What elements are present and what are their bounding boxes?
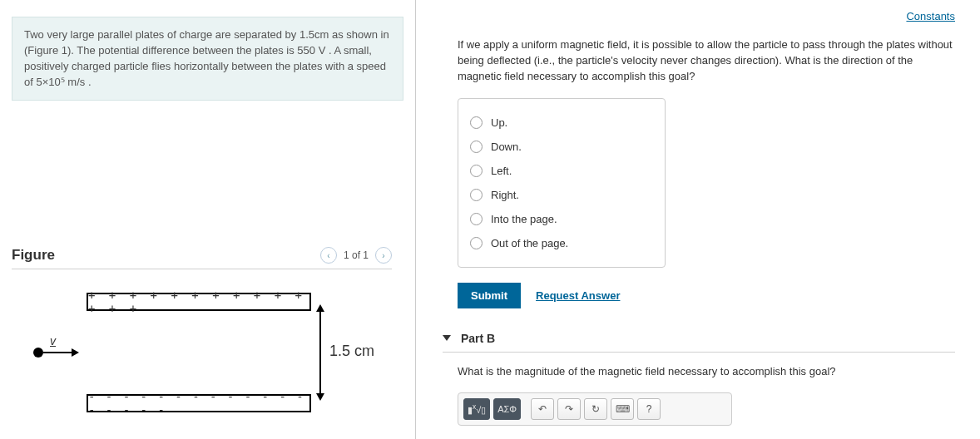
redo-button[interactable]: ↷ — [557, 398, 581, 420]
submit-button[interactable]: Submit — [458, 283, 521, 308]
part-b-question: What is the magnitude of the magnetic fi… — [458, 364, 955, 380]
submit-row: Submit Request Answer — [458, 283, 955, 308]
dimension-arrow — [319, 311, 321, 394]
chevron-down-icon — [443, 335, 451, 341]
reset-icon: ↻ — [591, 403, 600, 415]
figure-diagram: + + + + + + + + + + + + + + - - - - - - … — [37, 286, 392, 427]
option-down[interactable]: Down. — [470, 135, 653, 159]
option-up[interactable]: Up. — [470, 111, 653, 135]
undo-button[interactable]: ↶ — [531, 398, 554, 420]
option-out-of-page[interactable]: Out of the page. — [470, 231, 653, 255]
dimension-label: 1.5 cm — [329, 343, 374, 360]
figure-title: Figure — [12, 247, 55, 264]
option-label: Out of the page. — [491, 237, 568, 249]
radio-icon — [470, 237, 483, 249]
radio-icon — [470, 213, 483, 225]
pager-next-button[interactable]: › — [375, 247, 392, 264]
redo-icon: ↷ — [565, 403, 573, 415]
part-a-question: If we apply a uniform magnetic field, it… — [458, 37, 955, 85]
templates-icon: ▮x√▯ — [468, 403, 486, 416]
left-column: Two very large parallel plates of charge… — [0, 0, 416, 439]
figure-section: Figure ‹ 1 of 1 › + + + + + + + + + + + … — [0, 247, 403, 439]
figure-pager: ‹ 1 of 1 › — [320, 247, 392, 264]
option-right[interactable]: Right. — [470, 183, 653, 207]
option-label: Up. — [491, 116, 507, 129]
help-button[interactable]: ? — [637, 398, 661, 420]
velocity-arrow: v — [33, 348, 79, 358]
options-group: Up. Down. Left. Right. Into the page. Ou… — [458, 98, 666, 268]
pager-prev-button[interactable]: ‹ — [320, 247, 337, 264]
radio-icon — [470, 165, 483, 177]
bottom-plate: - - - - - - - - - - - - - - - - - - — [87, 394, 311, 412]
keyboard-button[interactable]: ⌨ — [611, 398, 634, 420]
request-answer-link[interactable]: Request Answer — [536, 289, 620, 302]
problem-statement: Two very large parallel plates of charge… — [12, 17, 403, 101]
part-b-header[interactable]: Part B — [443, 332, 955, 353]
option-into-page[interactable]: Into the page. — [470, 207, 653, 231]
undo-icon: ↶ — [538, 403, 547, 415]
radio-icon — [470, 141, 483, 153]
velocity-label: v — [50, 334, 56, 348]
templates-button[interactable]: ▮x√▯ — [463, 398, 490, 420]
option-label: Into the page. — [491, 213, 557, 225]
right-column: Constants If we apply a uniform magnetic… — [416, 0, 980, 439]
pager-label: 1 of 1 — [344, 249, 369, 261]
figure-header: Figure ‹ 1 of 1 › — [12, 247, 392, 269]
option-label: Left. — [491, 165, 512, 177]
problem-text: Two very large parallel plates of charge… — [24, 28, 389, 88]
part-b-title: Part B — [461, 332, 495, 345]
option-label: Right. — [491, 189, 519, 201]
option-label: Down. — [491, 141, 522, 153]
top-plate: + + + + + + + + + + + + + + — [87, 293, 311, 311]
keyboard-icon: ⌨ — [616, 403, 630, 415]
radio-icon — [470, 189, 483, 201]
option-left[interactable]: Left. — [470, 159, 653, 183]
reset-button[interactable]: ↻ — [584, 398, 607, 420]
greek-button[interactable]: ΑΣΦ — [493, 398, 521, 420]
answer-toolbar: ▮x√▯ ΑΣΦ ↶ ↷ ↻ ⌨ ? — [458, 392, 732, 426]
radio-icon — [470, 116, 483, 129]
constants-link[interactable]: Constants — [458, 8, 955, 37]
